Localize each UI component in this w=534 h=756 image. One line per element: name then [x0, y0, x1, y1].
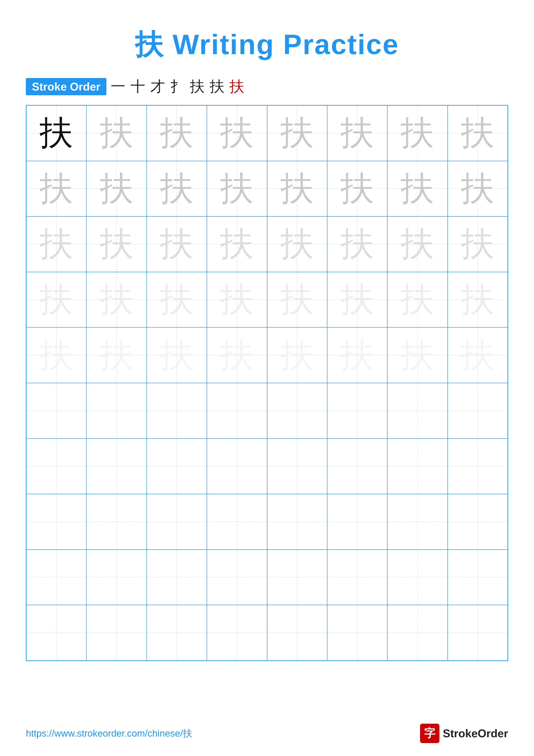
- grid-cell-r5c1[interactable]: 扶: [26, 327, 87, 383]
- grid-cell-r1c4[interactable]: 扶: [207, 105, 267, 161]
- char-r1c8: 扶: [461, 116, 495, 150]
- grid-cell-r1c5[interactable]: 扶: [267, 105, 327, 161]
- grid-cell-r5c8[interactable]: 扶: [447, 327, 508, 383]
- grid-cell-r5c2[interactable]: 扶: [87, 327, 146, 383]
- char-r1c4: 扶: [220, 116, 254, 150]
- grid-cell-r3c3[interactable]: 扶: [147, 216, 207, 272]
- char-r3c7: 扶: [401, 228, 434, 261]
- grid-cell-r3c2[interactable]: 扶: [87, 216, 146, 272]
- grid-cell-r7c2[interactable]: [87, 439, 146, 494]
- grid-cell-r2c6[interactable]: 扶: [327, 161, 387, 217]
- footer-url: https://www.strokeorder.com/chinese/扶: [26, 727, 192, 740]
- grid-cell-r3c1[interactable]: 扶: [26, 216, 87, 272]
- grid-cell-r7c7[interactable]: [387, 439, 447, 494]
- grid-cell-r8c2[interactable]: [87, 494, 146, 550]
- char-r3c3: 扶: [160, 228, 193, 261]
- char-r2c4: 扶: [220, 172, 254, 205]
- page: 扶 Writing Practice Stroke Order 一 十 才 扌 …: [0, 0, 534, 756]
- char-r3c4: 扶: [220, 228, 254, 261]
- grid-cell-r2c5[interactable]: 扶: [267, 161, 327, 217]
- grid-cell-r1c6[interactable]: 扶: [327, 105, 387, 161]
- grid-cell-r6c2[interactable]: [87, 383, 146, 439]
- grid-cell-r8c7[interactable]: [387, 494, 447, 550]
- grid-cell-r4c8[interactable]: 扶: [447, 272, 508, 328]
- grid-cell-r2c7[interactable]: 扶: [387, 161, 447, 217]
- grid-cell-r6c4[interactable]: [207, 383, 267, 439]
- grid-cell-r5c3[interactable]: 扶: [147, 327, 207, 383]
- grid-cell-r4c5[interactable]: 扶: [267, 272, 327, 328]
- grid-cell-r8c5[interactable]: [267, 494, 327, 550]
- grid-cell-r4c6[interactable]: 扶: [327, 272, 387, 328]
- char-r5c8: 扶: [461, 338, 495, 372]
- grid-cell-r4c7[interactable]: 扶: [387, 272, 447, 328]
- grid-cell-r2c2[interactable]: 扶: [87, 161, 146, 217]
- grid-cell-r1c7[interactable]: 扶: [387, 105, 447, 161]
- char-r2c3: 扶: [160, 172, 193, 205]
- char-r1c2: 扶: [100, 116, 133, 150]
- grid-cell-r6c5[interactable]: [267, 383, 327, 439]
- grid-cell-r1c8[interactable]: 扶: [447, 105, 508, 161]
- char-r1c3: 扶: [160, 116, 193, 150]
- grid-cell-r6c6[interactable]: [327, 383, 387, 439]
- grid-cell-r4c1[interactable]: 扶: [26, 272, 87, 328]
- char-r4c4: 扶: [220, 283, 254, 316]
- grid-cell-r9c6[interactable]: [327, 550, 387, 605]
- stroke-order-badge: Stroke Order: [26, 78, 106, 95]
- grid-cell-r5c6[interactable]: 扶: [327, 327, 387, 383]
- grid-cell-r8c4[interactable]: [207, 494, 267, 550]
- grid-cell-r8c3[interactable]: [147, 494, 207, 550]
- grid-cell-r10c1[interactable]: [26, 605, 87, 661]
- grid-cell-r3c4[interactable]: 扶: [207, 216, 267, 272]
- char-r5c2: 扶: [100, 338, 133, 372]
- grid-cell-r9c2[interactable]: [87, 550, 146, 605]
- grid-cell-r10c2[interactable]: [87, 605, 146, 661]
- grid-cell-r2c4[interactable]: 扶: [207, 161, 267, 217]
- grid-cell-r1c2[interactable]: 扶: [87, 105, 146, 161]
- grid-cell-r5c7[interactable]: 扶: [387, 327, 447, 383]
- grid-cell-r6c7[interactable]: [387, 383, 447, 439]
- grid-cell-r7c5[interactable]: [267, 439, 327, 494]
- grid-cell-r1c3[interactable]: 扶: [147, 105, 207, 161]
- grid-cell-r6c8[interactable]: [447, 383, 508, 439]
- grid-cell-r4c2[interactable]: 扶: [87, 272, 146, 328]
- grid-cell-r9c5[interactable]: [267, 550, 327, 605]
- grid-cell-r8c6[interactable]: [327, 494, 387, 550]
- grid-cell-r5c4[interactable]: 扶: [207, 327, 267, 383]
- grid-cell-r7c6[interactable]: [327, 439, 387, 494]
- grid-cell-r7c4[interactable]: [207, 439, 267, 494]
- grid-cell-r8c8[interactable]: [447, 494, 508, 550]
- grid-cell-r1c1[interactable]: 扶: [26, 105, 87, 161]
- grid-cell-r10c8[interactable]: [447, 605, 508, 661]
- grid-cell-r4c4[interactable]: 扶: [207, 272, 267, 328]
- grid-cell-r10c3[interactable]: [147, 605, 207, 661]
- grid-cell-r3c8[interactable]: 扶: [447, 216, 508, 272]
- grid-cell-r10c7[interactable]: [387, 605, 447, 661]
- grid-cell-r7c8[interactable]: [447, 439, 508, 494]
- practice-grid: 扶 扶 扶 扶 扶 扶 扶 扶 扶 扶 扶: [26, 105, 508, 661]
- grid-cell-r3c6[interactable]: 扶: [327, 216, 387, 272]
- grid-cell-r7c1[interactable]: [26, 439, 87, 494]
- grid-cell-r10c5[interactable]: [267, 605, 327, 661]
- grid-cell-r9c7[interactable]: [387, 550, 447, 605]
- grid-cell-r2c1[interactable]: 扶: [26, 161, 87, 217]
- grid-cell-r10c4[interactable]: [207, 605, 267, 661]
- grid-cell-r8c1[interactable]: [26, 494, 87, 550]
- grid-cell-r6c1[interactable]: [26, 383, 87, 439]
- grid-cell-r6c3[interactable]: [147, 383, 207, 439]
- grid-cell-r9c4[interactable]: [207, 550, 267, 605]
- grid-cell-r9c1[interactable]: [26, 550, 87, 605]
- grid-cell-r10c6[interactable]: [327, 605, 387, 661]
- grid-cell-r3c7[interactable]: 扶: [387, 216, 447, 272]
- char-r4c1: 扶: [39, 283, 73, 316]
- grid-cell-r9c8[interactable]: [447, 550, 508, 605]
- grid-cell-r9c3[interactable]: [147, 550, 207, 605]
- stroke-2: 十: [131, 77, 145, 96]
- stroke-6: 扶: [210, 77, 224, 96]
- grid-cell-r5c5[interactable]: 扶: [267, 327, 327, 383]
- grid-cell-r7c3[interactable]: [147, 439, 207, 494]
- stroke-5: 扶: [190, 77, 205, 96]
- grid-cell-r2c3[interactable]: 扶: [147, 161, 207, 217]
- grid-cell-r2c8[interactable]: 扶: [447, 161, 508, 217]
- grid-cell-r3c5[interactable]: 扶: [267, 216, 327, 272]
- grid-cell-r4c3[interactable]: 扶: [147, 272, 207, 328]
